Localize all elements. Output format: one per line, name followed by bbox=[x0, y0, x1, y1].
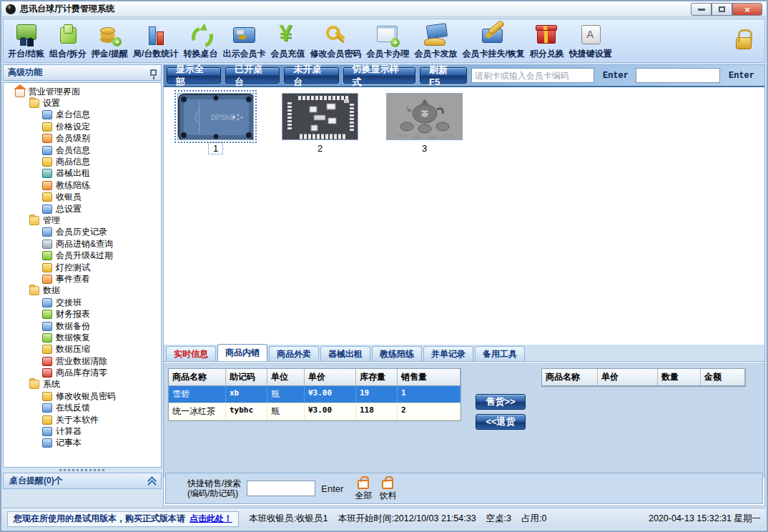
tree-item-icon bbox=[29, 216, 39, 225]
table-item-tea[interactable]: 茶 3 bbox=[384, 93, 465, 154]
tree-item[interactable]: 桌台信息 bbox=[4, 109, 161, 121]
splitter-handle[interactable] bbox=[3, 468, 162, 472]
toolbar-button[interactable]: 押金/提醒 bbox=[92, 23, 128, 60]
show-all-button[interactable]: 显示全部 bbox=[167, 67, 221, 84]
tree-item[interactable]: 营业数据清除 bbox=[4, 355, 161, 367]
toolbar-button[interactable]: 积分兑换 bbox=[530, 23, 564, 60]
col-unit-price[interactable]: 单价 bbox=[305, 369, 356, 385]
toolbar-button[interactable]: 组合/拆分 bbox=[49, 23, 86, 60]
toolbar-button[interactable]: 修改会员密码 bbox=[310, 23, 361, 60]
col-unit[interactable]: 单位 bbox=[267, 369, 305, 385]
tab-label: 商品外卖 bbox=[277, 348, 311, 360]
table-item-billiard[interactable]: DPShE 1 bbox=[175, 93, 256, 154]
col-stock[interactable]: 库存量 bbox=[356, 369, 398, 385]
tree-item-label: 商品信息 bbox=[56, 156, 90, 168]
col-product-name[interactable]: 商品名称 bbox=[542, 369, 598, 385]
col-product-name[interactable]: 商品名称 bbox=[169, 369, 226, 385]
col-mnemonic-code[interactable]: 助记码 bbox=[226, 369, 267, 385]
bottom-tab[interactable]: 教练陪练 bbox=[372, 346, 422, 361]
category-all[interactable]: 全部 bbox=[355, 475, 372, 502]
toolbar-button[interactable]: 会员卡挂失/恢复 bbox=[462, 23, 524, 60]
table-item-mahjong[interactable]: 2 bbox=[280, 93, 360, 154]
tree-item[interactable]: 教练陪练 bbox=[4, 179, 161, 191]
tree-item[interactable]: 商品库存清零 bbox=[4, 367, 161, 378]
product-row[interactable]: 雪碧 xb 瓶 ¥3.00 19 1 bbox=[169, 386, 461, 403]
close-button[interactable]: × bbox=[732, 3, 762, 16]
opened-tables-button[interactable]: 已开桌台 bbox=[225, 67, 280, 84]
tree-item[interactable]: 会员历史记录 bbox=[4, 227, 161, 238]
tree-item[interactable]: 会员信息 bbox=[4, 144, 161, 156]
tree-item[interactable]: 系统 bbox=[4, 379, 161, 390]
product-sale-panel: 商品名称 助记码 单位 单价 库存量 销售量 雪碧 xb 瓶 ¥3.00 bbox=[164, 362, 764, 478]
toolbar-button[interactable]: 快捷键设置 bbox=[569, 23, 612, 60]
return-button[interactable]: <<退货 bbox=[476, 414, 526, 430]
tree-item-label: 在线反馈 bbox=[56, 402, 90, 414]
tree-item[interactable]: 交接班 bbox=[4, 297, 161, 308]
category-drinks[interactable]: 饮料 bbox=[379, 475, 396, 502]
bottom-tab[interactable]: 实时信息 bbox=[166, 346, 216, 361]
tree-item[interactable]: 事件查看 bbox=[4, 273, 161, 285]
datetime-status: 2020-04-13 15:32:31 星期一 bbox=[649, 513, 761, 525]
tree-item[interactable]: 修改收银员密码 bbox=[4, 390, 161, 402]
tree-item[interactable]: 收银员 bbox=[4, 192, 161, 203]
col-amount[interactable]: 金额 bbox=[701, 369, 745, 385]
tree-item[interactable]: 财务报表 bbox=[4, 308, 161, 320]
pin-icon[interactable] bbox=[150, 69, 157, 76]
unopened-tables-button[interactable]: 未开桌台 bbox=[284, 67, 338, 84]
toggle-view-style-button[interactable]: 切换显示样式 bbox=[343, 67, 415, 84]
toolbar-button[interactable]: 出示会员卡 bbox=[222, 23, 265, 60]
col-unit-price[interactable]: 单价 bbox=[598, 369, 658, 385]
toolbar-button[interactable]: 开台/结账 bbox=[8, 23, 44, 60]
toolbar-button[interactable]: 转换桌台 bbox=[183, 23, 217, 60]
tree-item[interactable]: 记事本 bbox=[4, 438, 161, 449]
col-sold[interactable]: 销售量 bbox=[398, 369, 461, 385]
toolbar-button-label: 会员卡挂失/恢复 bbox=[462, 48, 524, 60]
minimize-button[interactable] bbox=[691, 3, 712, 16]
tree-item[interactable]: 会员升级&过期 bbox=[4, 250, 161, 261]
table-filter-bar: 显示全部 已开桌台 未开桌台 切换显示样式 刷新F5 Enter Enter bbox=[164, 65, 764, 87]
bottom-tab[interactable]: 并单记录 bbox=[423, 346, 473, 361]
tree-item[interactable]: 关于本软件 bbox=[4, 414, 161, 425]
table-reminder-bar[interactable]: 桌台提醒(0)个 bbox=[3, 473, 162, 489]
refresh-f5-button[interactable]: 刷新F5 bbox=[420, 67, 467, 84]
member-card-input[interactable] bbox=[471, 68, 594, 83]
tree-item[interactable]: 价格设定 bbox=[4, 121, 161, 132]
tree-item[interactable]: 数据备份 bbox=[4, 320, 161, 332]
cell-mnemonic-code: tybhc bbox=[226, 403, 267, 420]
quick-sale-input[interactable] bbox=[247, 481, 315, 496]
maximize-button[interactable] bbox=[712, 3, 732, 16]
sell-button[interactable]: 售货>> bbox=[476, 394, 526, 410]
bottom-tab[interactable]: 商品内销 bbox=[217, 344, 267, 361]
lock-icon[interactable] bbox=[734, 29, 752, 50]
bottom-tab[interactable]: 商品外卖 bbox=[269, 346, 319, 361]
tree-item[interactable]: 管理 bbox=[4, 215, 161, 226]
tree-item[interactable]: 会员级别 bbox=[4, 133, 161, 144]
tree-item[interactable]: 数据 bbox=[4, 285, 161, 297]
tree-item-icon bbox=[42, 368, 52, 378]
tree-item[interactable]: 营业管理界面 bbox=[4, 86, 161, 97]
tree-item-icon bbox=[42, 392, 52, 401]
toolbar-button[interactable]: 局/台数统计 bbox=[133, 23, 178, 60]
toolbar-button[interactable]: 会员卡发放 bbox=[414, 23, 457, 60]
toolbar-button[interactable]: 会员充值 bbox=[270, 23, 305, 60]
tree-item[interactable]: 数据恢复 bbox=[4, 332, 161, 343]
toolbar-button[interactable]: 会员卡办理 bbox=[366, 23, 409, 60]
tree-item[interactable]: 灯控测试 bbox=[4, 262, 161, 273]
tree-item[interactable]: 商品信息 bbox=[4, 156, 161, 167]
tree-item[interactable]: 器械出租 bbox=[4, 168, 161, 179]
tree-item[interactable]: 商品进销&查询 bbox=[4, 238, 161, 250]
shift-start-status: 本班开始时间:2012/10/03 21:54:33 bbox=[338, 513, 476, 525]
bottom-tab[interactable]: 器械出租 bbox=[320, 346, 370, 361]
tree-item[interactable]: 数据压缩 bbox=[4, 344, 161, 355]
col-quantity[interactable]: 数量 bbox=[658, 369, 701, 385]
quick-entry-input[interactable] bbox=[636, 68, 720, 83]
tree-item[interactable]: 在线反馈 bbox=[4, 403, 161, 414]
tree-item[interactable]: 总设置 bbox=[4, 203, 161, 215]
product-row[interactable]: 统一冰红茶 tybhc 瓶 ¥3.00 118 2 bbox=[169, 403, 461, 420]
tree-item-icon bbox=[29, 99, 39, 108]
tree-item[interactable]: 设置 bbox=[4, 97, 161, 109]
billiard-table-drawing: DPShE bbox=[178, 94, 254, 140]
buy-link[interactable]: 点击此处！ bbox=[189, 513, 232, 525]
tree-item[interactable]: 计算器 bbox=[4, 425, 161, 437]
bottom-tab[interactable]: 备用工具 bbox=[475, 346, 525, 361]
